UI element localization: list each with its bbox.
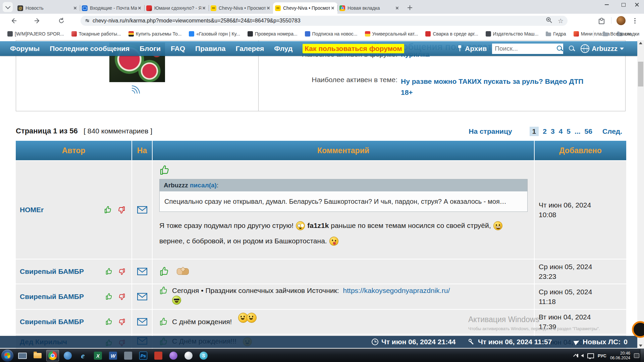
nav-forums[interactable]: Форумы xyxy=(10,45,40,53)
start-button[interactable] xyxy=(1,350,13,362)
page-link[interactable]: 56 xyxy=(585,127,592,135)
nav-blogs[interactable]: Блоги xyxy=(140,45,161,53)
window-maximize-button[interactable] xyxy=(616,0,631,9)
site-info-icon[interactable] xyxy=(85,20,89,22)
message-envelope-icon[interactable] xyxy=(137,206,147,214)
tab-novost[interactable]: @ Новость xyxy=(15,2,80,14)
close-tab-icon[interactable] xyxy=(201,5,207,11)
address-bar[interactable]: chevy-niva.ru/n/karma.php?mode=viewcomme… xyxy=(80,16,568,26)
all-bookmarks-button[interactable]: Все закладки xyxy=(603,31,639,37)
taskbar-item-word[interactable]: W xyxy=(107,350,119,361)
profile-avatar[interactable] xyxy=(616,16,626,25)
scrollbar[interactable] xyxy=(637,40,644,349)
rss-feed-icon[interactable] xyxy=(132,86,141,94)
nav-faq[interactable]: FAQ xyxy=(171,45,185,53)
taskbar-item-light-app[interactable] xyxy=(182,350,195,361)
author-link[interactable]: Свирепый БАМБР xyxy=(20,267,84,276)
thumb-up-icon[interactable] xyxy=(105,318,113,325)
bookmark-item[interactable]: Универсальный кат... xyxy=(365,31,418,37)
nav-howto-use-forum[interactable]: Как пользоваться форумом xyxy=(303,44,404,53)
tab-chevyniva-topic[interactable]: Chevy-Niva • Просмотр темы - xyxy=(209,2,273,14)
bookmark-item[interactable]: Издательство Маш... xyxy=(486,31,539,37)
new-pm-label[interactable]: Новых ЛС: xyxy=(583,338,621,346)
advanced-search-icon[interactable] xyxy=(569,45,575,52)
scrollbar-thumb[interactable] xyxy=(638,62,643,86)
chrome-menu-icon[interactable] xyxy=(632,16,638,25)
bookmark-star-icon[interactable]: ☆ xyxy=(558,18,564,24)
close-tab-icon[interactable] xyxy=(394,5,400,11)
reload-icon[interactable] xyxy=(56,16,66,26)
external-link[interactable]: https://kakoysegodnyaprazdnik.ru/ xyxy=(343,287,450,295)
tray-clock[interactable]: 20:46 06.06.2024 xyxy=(610,351,630,360)
thumb-down-icon[interactable] xyxy=(118,293,125,300)
author-link[interactable]: HOMEr xyxy=(20,206,44,214)
thumb-down-icon[interactable] xyxy=(117,206,125,214)
show-desktop-button[interactable] xyxy=(640,349,644,362)
page-link[interactable]: 2 xyxy=(543,127,547,135)
taskbar-item-skype[interactable]: S xyxy=(197,350,210,361)
scroll-to-top-button[interactable] xyxy=(632,321,644,338)
taskbar-item-computer[interactable] xyxy=(16,350,29,361)
search-icon[interactable] xyxy=(556,45,563,52)
new-pm-count[interactable]: 0 xyxy=(624,338,628,346)
forward-icon[interactable] xyxy=(32,16,42,26)
close-tab-icon[interactable] xyxy=(72,5,78,11)
page-link[interactable]: 5 xyxy=(567,127,571,135)
nav-gallery[interactable]: Галерея xyxy=(236,45,264,53)
tab-chevyniva-karma-active[interactable]: Chevy-Niva • Просмотреть ко xyxy=(273,2,337,14)
per-page-label[interactable]: На страницу xyxy=(469,127,512,135)
bookmark-item[interactable]: Купить разъемы То... xyxy=(128,31,182,37)
user-menu[interactable]: Arbuzzz xyxy=(581,44,624,53)
close-tab-icon[interactable] xyxy=(330,5,335,11)
taskbar-item-gray-app[interactable] xyxy=(122,350,135,361)
thumb-up-icon[interactable] xyxy=(105,268,113,275)
taskbar-item-media-player[interactable] xyxy=(167,350,180,361)
taskbar-item-red-app[interactable] xyxy=(152,350,165,361)
url-text[interactable]: chevy-niva.ru/n/karma.php?mode=viewcomme… xyxy=(93,18,546,24)
page-link[interactable]: 4 xyxy=(559,127,563,135)
nav-flood[interactable]: Флуд xyxy=(274,45,292,53)
topic-link[interactable]: Ну разве можно ТАКИХ пускать за руль? Ви… xyxy=(401,76,595,98)
tab-mailru[interactable]: Входящие - Почта Mail.ru xyxy=(80,2,144,14)
nav-latest-posts[interactable]: Последние сообщения xyxy=(50,45,129,53)
scroll-up-icon[interactable] xyxy=(637,40,644,46)
thumb-down-icon[interactable] xyxy=(118,268,125,275)
bookmark-item[interactable]: Токарные работы... xyxy=(71,31,121,37)
tab-newtab[interactable]: Новая вкладка xyxy=(337,2,402,14)
tab-yaplakal[interactable]: Юмани сдохнуло? - ЯПлакалъ xyxy=(144,2,209,14)
taskbar-item-blue-app[interactable] xyxy=(61,350,74,361)
taskbar-item-chrome-active[interactable] xyxy=(46,350,59,361)
bookmark-item[interactable]: Сварка в среде арг... xyxy=(425,31,478,37)
new-tab-button[interactable] xyxy=(405,3,415,12)
taskbar-item-explorer[interactable] xyxy=(31,350,44,361)
close-tab-icon[interactable] xyxy=(137,5,142,11)
notification-icon[interactable] xyxy=(634,353,639,358)
bookmark-item[interactable]: Проверка номера... xyxy=(248,31,298,37)
author-link[interactable]: Свирепый БАМБР xyxy=(20,293,84,301)
bookmark-item[interactable]: Подписка на новос... xyxy=(305,31,358,37)
network-icon[interactable] xyxy=(587,353,594,358)
scroll-down-icon[interactable] xyxy=(637,343,644,349)
author-link[interactable]: Свирепый БАМБР xyxy=(20,318,84,326)
taskbar-item-internet-explorer[interactable]: e xyxy=(76,350,89,361)
window-minimize-button[interactable] xyxy=(600,0,614,9)
volume-icon[interactable] xyxy=(581,354,584,357)
thumb-up-icon[interactable] xyxy=(105,293,113,300)
close-tab-icon[interactable] xyxy=(266,5,271,11)
thumb-up-icon[interactable] xyxy=(104,206,112,214)
bookmark-item[interactable]: [W/M]PAJERO SPOR... xyxy=(7,31,64,37)
quote-source-link[interactable]: писал(а) xyxy=(190,182,217,189)
taskbar-item-excel[interactable]: X xyxy=(92,350,104,361)
extensions-icon[interactable] xyxy=(598,17,604,24)
page-link[interactable]: 3 xyxy=(551,127,555,135)
bookmark-item[interactable]: «Газовый горн | Ку... xyxy=(189,31,240,37)
message-envelope-icon[interactable] xyxy=(137,268,147,275)
back-icon[interactable] xyxy=(9,16,19,26)
nav-rules[interactable]: Правила xyxy=(195,45,225,53)
zoom-icon[interactable] xyxy=(546,17,552,25)
next-page-link[interactable]: След. xyxy=(602,127,622,135)
message-envelope-icon[interactable] xyxy=(137,318,147,325)
language-indicator[interactable]: РУС xyxy=(598,353,606,358)
bookmark-folder[interactable]: Гидра xyxy=(546,31,566,37)
message-envelope-icon[interactable] xyxy=(137,293,147,300)
